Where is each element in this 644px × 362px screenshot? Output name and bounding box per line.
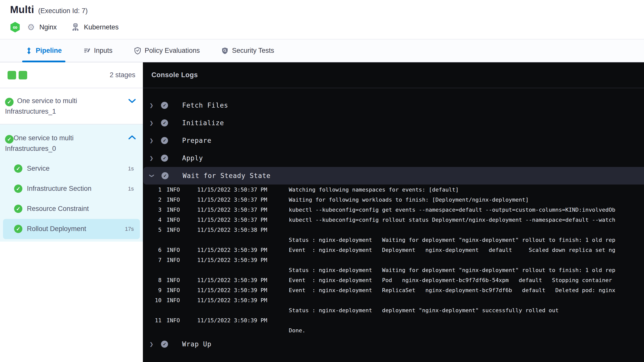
stage-name: One service to multi Infrastructures_1 <box>5 97 77 115</box>
inputs-icon <box>84 47 91 54</box>
shield-check-icon <box>134 47 141 55</box>
step-duration: 1s <box>128 186 134 192</box>
log-line: 2INFO11/15/2022 3:50:37 PMWaiting for fo… <box>143 195 644 205</box>
step-item-service[interactable]: ✓ Service 1s <box>0 159 143 179</box>
chevron-right-icon[interactable]: ❯ <box>148 137 154 144</box>
harness-cd-icon: ∞ <box>10 22 20 32</box>
console-step-label: Fetch Files <box>182 102 228 109</box>
log-lines: 1INFO11/15/2022 3:50:37 PMWatching follo… <box>143 185 644 335</box>
log-line: 7INFO11/15/2022 3:50:39 PM <box>143 255 644 265</box>
log-line: Status : nginx-deployment Waiting for de… <box>143 235 644 245</box>
log-line: 5INFO11/15/2022 3:50:38 PM <box>143 225 644 235</box>
chevron-down-icon[interactable]: ❯ <box>148 173 156 179</box>
log-line: Status : nginx-deployment deployment "ng… <box>143 305 644 315</box>
success-check-icon: ✓ <box>5 135 14 144</box>
log-line: 4INFO11/15/2022 3:50:37 PMkubectl --kube… <box>143 215 644 225</box>
console-logs-title: Console Logs <box>151 71 198 79</box>
success-check-icon: ✓ <box>161 155 168 162</box>
console-step-apply[interactable]: ❯ ✓ Apply <box>143 149 644 167</box>
stages-sidebar: 2 stages ✓One service to multi Infrastru… <box>0 62 143 362</box>
log-line: 8INFO11/15/2022 3:50:39 PMEvent : nginx-… <box>143 275 644 285</box>
success-check-icon: ✓ <box>5 98 14 106</box>
pipeline-execution-page: Multi (Execution Id: 7) ∞ ⚙ Nginx Kubern <box>0 0 644 362</box>
step-name: Infrastructure Section <box>27 185 92 193</box>
stage-item-infrastructures-0: ✓One service to multi Infrastructures_0 … <box>0 124 143 242</box>
success-check-icon: ✓ <box>161 137 168 144</box>
log-line: 6INFO11/15/2022 3:50:39 PMEvent : nginx-… <box>143 245 644 255</box>
success-check-icon: ✓ <box>14 205 22 213</box>
step-item-infrastructure-section[interactable]: ✓ Infrastructure Section 1s <box>0 179 143 199</box>
service-label: Nginx <box>39 23 57 31</box>
step-name: Service <box>27 165 50 172</box>
console-step-wait-for-steady-state[interactable]: ❯ ✓ Wait for Steady State <box>143 167 644 185</box>
stage-name: One service to multi Infrastructures_0 <box>5 134 74 152</box>
tab-pipeline[interactable]: Pipeline <box>23 39 64 62</box>
step-duration: 1s <box>128 165 134 172</box>
console-logs-panel: Console Logs ❯ ✓ Fetch Files ❯ ✓ Initial… <box>143 62 644 362</box>
tab-policy-evaluations-label: Policy Evaluations <box>145 47 200 55</box>
log-line: 9INFO11/15/2022 3:50:39 PMEvent : nginx-… <box>143 285 644 295</box>
tab-inputs[interactable]: Inputs <box>81 39 115 62</box>
infrastructure-icon <box>71 23 79 31</box>
execution-header: Multi (Execution Id: 7) ∞ ⚙ Nginx Kubern <box>0 0 644 39</box>
console-step-label: Apply <box>182 154 203 162</box>
step-duration: 17s <box>125 226 134 232</box>
success-check-icon: ✓ <box>162 172 169 179</box>
shield-search-icon <box>221 47 228 55</box>
chevron-right-icon[interactable]: ❯ <box>148 119 154 127</box>
success-check-icon: ✓ <box>161 341 168 348</box>
step-item-rollout-deployment[interactable]: ✓ Rollout Deployment 17s <box>3 219 140 239</box>
chevron-right-icon[interactable]: ❯ <box>148 154 154 162</box>
chevron-right-icon[interactable]: ❯ <box>148 340 154 348</box>
chevron-up-icon[interactable] <box>128 135 136 140</box>
tab-security-tests[interactable]: Security Tests <box>219 39 277 62</box>
chevron-right-icon[interactable]: ❯ <box>148 102 154 109</box>
log-line: Done. <box>143 325 644 335</box>
tab-pipeline-label: Pipeline <box>36 47 62 55</box>
console-step-label: Wait for Steady State <box>183 172 271 179</box>
console-step-label: Prepare <box>182 137 212 144</box>
success-check-icon: ✓ <box>161 119 168 126</box>
service-gear-icon: ⚙ <box>27 23 35 31</box>
infrastructure-label: Kubernetes <box>84 23 119 31</box>
log-line: 1INFO11/15/2022 3:50:37 PMWatching follo… <box>143 185 644 195</box>
console-step-initialize[interactable]: ❯ ✓ Initialize <box>143 114 644 132</box>
success-check-icon: ✓ <box>161 102 168 109</box>
console-logs-body: ❯ ✓ Fetch Files ❯ ✓ Initialize ❯ ✓ Prepa… <box>143 88 644 353</box>
success-check-icon: ✓ <box>14 164 22 173</box>
chevron-down-icon[interactable] <box>128 99 136 103</box>
console-step-label: Initialize <box>182 119 224 127</box>
stage-header[interactable]: ✓One service to multi Infrastructures_0 <box>0 124 143 159</box>
console-step-fetch-files[interactable]: ❯ ✓ Fetch Files <box>143 97 644 114</box>
stage-count: 2 stages <box>110 71 135 79</box>
success-check-icon: ✓ <box>14 185 22 193</box>
pipeline-icon <box>26 47 32 55</box>
step-name: Resource Constraint <box>27 205 89 213</box>
tab-security-tests-label: Security Tests <box>232 47 274 55</box>
tab-inputs-label: Inputs <box>94 47 113 55</box>
log-line: 10INFO11/15/2022 3:50:39 PM <box>143 295 644 305</box>
console-step-prepare[interactable]: ❯ ✓ Prepare <box>143 132 644 149</box>
stage-status-square <box>8 71 16 79</box>
execution-tab-bar: Pipeline Inputs Policy Evaluations <box>0 39 644 62</box>
success-check-icon: ✓ <box>14 225 22 233</box>
console-step-wrap-up[interactable]: ❯ ✓ Wrap Up <box>143 335 644 353</box>
log-line: Status : nginx-deployment Waiting for de… <box>143 265 644 275</box>
step-name: Rollout Deployment <box>27 225 86 233</box>
stages-summary: 2 stages <box>0 62 143 88</box>
page-title: Multi <box>10 4 34 15</box>
console-logs-header: Console Logs <box>143 62 644 88</box>
console-step-label: Wrap Up <box>182 340 212 348</box>
tab-policy-evaluations[interactable]: Policy Evaluations <box>132 39 202 62</box>
stage-status-square <box>19 71 27 79</box>
execution-id: (Execution Id: 7) <box>38 7 88 15</box>
log-line: 3INFO11/15/2022 3:50:37 PMkubectl --kube… <box>143 205 644 215</box>
step-item-resource-constraint[interactable]: ✓ Resource Constraint <box>0 199 143 219</box>
stage-item-infrastructures-1[interactable]: ✓One service to multi Infrastructures_1 <box>0 88 143 124</box>
log-line: 11INFO11/15/2022 3:50:39 PM <box>143 315 644 325</box>
